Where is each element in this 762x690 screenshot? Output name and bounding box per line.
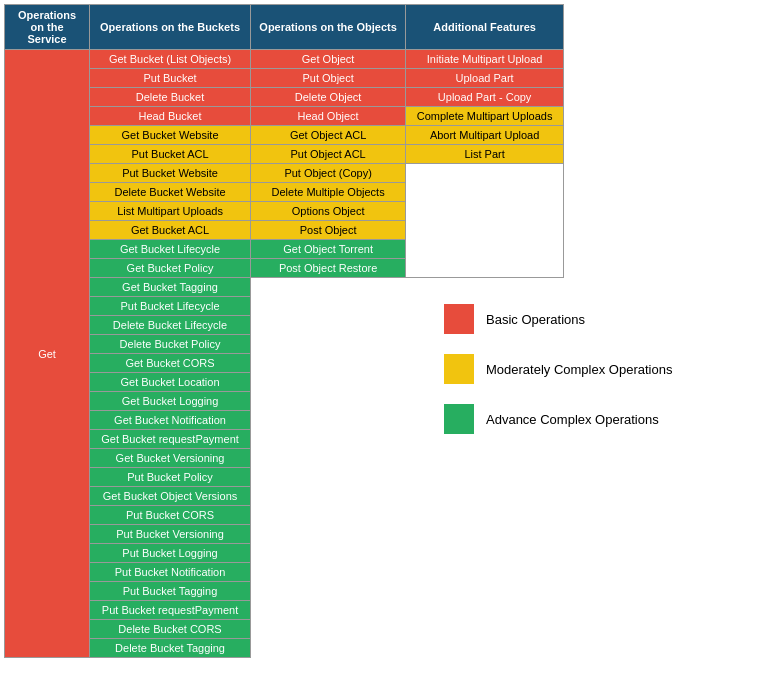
legend-color-box [444, 354, 474, 384]
legend-color-box [444, 404, 474, 434]
cell-feature: Initiate Multipart Upload [406, 50, 564, 69]
cell-object: Post Object Restore [251, 259, 406, 278]
cell-bucket: Get Bucket Lifecycle [90, 240, 251, 259]
header-col1: Operations on the Service [5, 5, 90, 50]
cell-object: Put Object (Copy) [251, 164, 406, 183]
cell-bucket: Head Bucket [90, 107, 251, 126]
cell-object: Options Object [251, 202, 406, 221]
cell-object: Put Object ACL [251, 145, 406, 164]
table-row: GetGet Bucket (List Objects)Get ObjectIn… [5, 50, 564, 69]
cell-bucket: Delete Bucket Tagging [90, 639, 251, 658]
cell-bucket: Get Bucket Website [90, 126, 251, 145]
cell-bucket: Put Bucket requestPayment [90, 601, 251, 620]
cell-bucket: Put Bucket Policy [90, 468, 251, 487]
cell-bucket: Get Bucket requestPayment [90, 430, 251, 449]
legend-item: Advance Complex Operations [444, 404, 762, 434]
cell-bucket: Get Bucket Tagging [90, 278, 251, 297]
cell-bucket: Put Bucket CORS [90, 506, 251, 525]
cell-service: Get [5, 50, 90, 658]
main-layout: Operations on the Service Operations on … [4, 4, 762, 658]
cell-object: Get Object [251, 50, 406, 69]
cell-bucket: Delete Bucket Policy [90, 335, 251, 354]
cell-bucket: Get Bucket Location [90, 373, 251, 392]
cell-bucket: Put Bucket Versioning [90, 525, 251, 544]
header-col4: Additional Features [406, 5, 564, 50]
legend-item: Moderately Complex Operations [444, 354, 762, 384]
cell-feature: List Part [406, 145, 564, 164]
cell-bucket: Put Bucket Notification [90, 563, 251, 582]
page-container: Operations on the Service Operations on … [0, 0, 762, 662]
cell-feature: Abort Multipart Upload [406, 126, 564, 145]
cell-bucket: Delete Bucket Website [90, 183, 251, 202]
cell-bucket: Put Bucket Logging [90, 544, 251, 563]
cell-bucket: Get Bucket Notification [90, 411, 251, 430]
cell-bucket: Get Bucket Object Versions [90, 487, 251, 506]
cell-feature: Upload Part - Copy [406, 88, 564, 107]
cell-feature: Complete Multipart Uploads [406, 107, 564, 126]
cell-bucket: Get Bucket Policy [90, 259, 251, 278]
cell-bucket: Get Bucket ACL [90, 221, 251, 240]
cell-bucket: Get Bucket Logging [90, 392, 251, 411]
cell-bucket: Delete Bucket CORS [90, 620, 251, 639]
cell-object: Delete Multiple Objects [251, 183, 406, 202]
header-col3: Operations on the Objects [251, 5, 406, 50]
cell-object: Get Object Torrent [251, 240, 406, 259]
legend-color-box [444, 304, 474, 334]
cell-bucket: Get Bucket Versioning [90, 449, 251, 468]
cell-bucket: Delete Bucket [90, 88, 251, 107]
legend-label: Moderately Complex Operations [486, 362, 672, 377]
cell-object: Delete Object [251, 88, 406, 107]
cell-bucket: Delete Bucket Lifecycle [90, 316, 251, 335]
cell-feature-empty [406, 164, 564, 278]
cell-bucket: List Multipart Uploads [90, 202, 251, 221]
legend-label: Advance Complex Operations [486, 412, 659, 427]
legend-label: Basic Operations [486, 312, 585, 327]
cell-object: Post Object [251, 221, 406, 240]
legend-area: Basic OperationsModerately Complex Opera… [444, 304, 762, 454]
legend-item: Basic Operations [444, 304, 762, 334]
cell-object: Get Object ACL [251, 126, 406, 145]
cell-bucket: Get Bucket (List Objects) [90, 50, 251, 69]
cell-bucket: Put Bucket Lifecycle [90, 297, 251, 316]
cell-object: Head Object [251, 107, 406, 126]
cell-bucket: Put Bucket Tagging [90, 582, 251, 601]
cell-bucket: Put Bucket Website [90, 164, 251, 183]
cell-feature: Upload Part [406, 69, 564, 88]
cell-bucket: Put Bucket [90, 69, 251, 88]
header-col2: Operations on the Buckets [90, 5, 251, 50]
cell-bucket: Put Bucket ACL [90, 145, 251, 164]
cell-object: Put Object [251, 69, 406, 88]
cell-bucket: Get Bucket CORS [90, 354, 251, 373]
